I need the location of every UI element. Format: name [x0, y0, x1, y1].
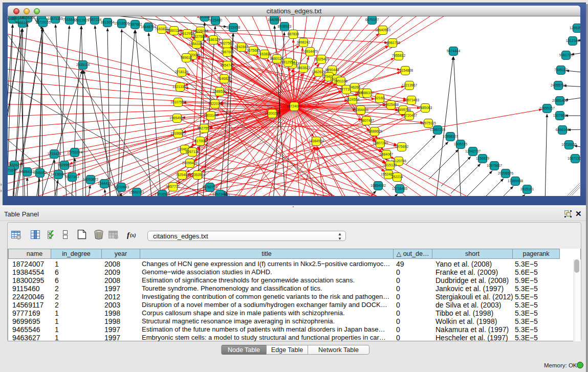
svg-text:17016504: 17016504: [155, 192, 170, 196]
svg-text:8427552: 8427552: [198, 126, 211, 130]
svg-text:9245052: 9245052: [33, 171, 47, 174]
svg-text:1244415: 1244415: [98, 182, 112, 185]
svg-text:2803144: 2803144: [204, 114, 218, 117]
svg-text:16914479: 16914479: [302, 50, 318, 53]
svg-text:10655267: 10655267: [539, 106, 555, 110]
svg-text:3498242: 3498242: [297, 40, 311, 44]
svg-text:10807487: 10807487: [359, 119, 374, 122]
svg-text:10654112: 10654112: [19, 170, 35, 173]
svg-text:7625402: 7625402: [176, 173, 189, 177]
svg-text:10973493: 10973493: [404, 98, 419, 102]
svg-text:19654932: 19654932: [169, 116, 185, 120]
svg-text:9329966: 9329966: [58, 163, 72, 167]
svg-text:20691406: 20691406: [552, 99, 568, 102]
svg-text:9457771: 9457771: [166, 185, 180, 188]
svg-text:7955812: 7955812: [392, 54, 406, 57]
svg-text:2451106: 2451106: [334, 79, 347, 83]
svg-text:9227343: 9227343: [66, 175, 79, 179]
svg-text:7357224: 7357224: [88, 18, 102, 21]
svg-text:16543382: 16543382: [189, 42, 204, 46]
svg-text:(x): (x): [130, 232, 136, 238]
svg-text:3624554: 3624554: [346, 98, 360, 101]
svg-text:16648784: 16648784: [141, 25, 156, 29]
svg-text:24055712: 24055712: [551, 83, 566, 87]
svg-text:15720407: 15720407: [402, 114, 417, 117]
svg-text:8912954: 8912954: [281, 60, 295, 64]
svg-text:16107554: 16107554: [170, 100, 186, 104]
svg-text:12213967: 12213967: [402, 83, 417, 87]
svg-text:2967608: 2967608: [221, 50, 234, 54]
svg-text:1640954: 1640954: [268, 18, 281, 21]
svg-text:817004: 817004: [194, 139, 206, 143]
svg-text:10688609: 10688609: [367, 129, 382, 133]
svg-text:3675685: 3675685: [247, 49, 260, 52]
svg-text:11325419: 11325419: [314, 57, 329, 61]
svg-text:8267130: 8267130: [186, 150, 200, 154]
svg-text:1505115: 1505115: [454, 142, 467, 146]
svg-text:1527602: 1527602: [553, 114, 567, 117]
svg-text:18724007: 18724007: [287, 104, 302, 108]
svg-text:8471676: 8471676: [8, 168, 17, 172]
svg-text:6679197: 6679197: [365, 18, 379, 21]
svg-text:2387682: 2387682: [128, 23, 142, 26]
svg-text:16013809: 16013809: [74, 18, 89, 22]
svg-text:1615132: 1615132: [383, 163, 397, 167]
svg-text:8660124: 8660124: [270, 57, 284, 60]
svg-text:20364436: 20364436: [353, 108, 368, 112]
svg-text:1588520: 1588520: [213, 90, 227, 93]
svg-text:12353594: 12353594: [190, 173, 205, 177]
svg-text:3915101: 3915101: [520, 187, 534, 191]
svg-text:2718126: 2718126: [175, 70, 189, 74]
svg-text:15692391: 15692391: [129, 190, 144, 194]
svg-text:62160: 62160: [375, 96, 385, 100]
svg-text:8454749: 8454749: [221, 63, 234, 67]
svg-text:12975115: 12975115: [421, 121, 436, 125]
svg-text:9327500: 9327500: [192, 35, 206, 38]
svg-text:16782759: 16782759: [202, 185, 217, 189]
svg-text:20206576: 20206576: [498, 171, 513, 175]
svg-text:19218506: 19218506: [114, 21, 129, 25]
svg-text:17957255: 17957255: [430, 128, 445, 132]
svg-text:1156829: 1156829: [476, 157, 489, 160]
svg-text:7986372: 7986372: [360, 91, 374, 95]
svg-text:16640910: 16640910: [375, 28, 390, 32]
svg-text:6466160: 6466160: [556, 128, 570, 132]
svg-text:887833: 887833: [288, 32, 299, 36]
svg-text:14136041: 14136041: [51, 172, 66, 176]
svg-text:1733426: 1733426: [48, 152, 61, 156]
svg-text:9115460: 9115460: [209, 18, 222, 22]
svg-text:10975667: 10975667: [487, 164, 502, 167]
svg-text:8938923: 8938923: [278, 25, 292, 28]
svg-text:9884067: 9884067: [380, 152, 394, 156]
svg-text:7163822: 7163822: [155, 27, 169, 31]
svg-text:2935114: 2935114: [76, 63, 90, 67]
svg-text:8813054: 8813054: [101, 20, 115, 24]
svg-text:1975692: 1975692: [395, 145, 409, 148]
svg-text:17359938: 17359938: [508, 179, 523, 183]
svg-text:18807249: 18807249: [373, 141, 388, 145]
svg-text:8186323: 8186323: [207, 38, 221, 41]
svg-text:12923448: 12923448: [212, 192, 228, 196]
svg-text:16961758: 16961758: [385, 41, 400, 45]
svg-text:9146821: 9146821: [217, 77, 231, 80]
svg-text:12093872: 12093872: [83, 178, 98, 181]
svg-text:15751074: 15751074: [67, 150, 82, 154]
svg-text:989616: 989616: [181, 56, 192, 59]
svg-text:9474444: 9474444: [447, 49, 461, 53]
svg-text:9242848: 9242848: [235, 45, 249, 49]
svg-text:1812346: 1812346: [566, 39, 580, 42]
svg-text:16671355: 16671355: [568, 157, 580, 160]
svg-text:12942737: 12942737: [465, 149, 481, 153]
svg-text:746266: 746266: [349, 85, 361, 89]
svg-text:12213369: 12213369: [172, 85, 188, 89]
svg-text:9327503: 9327503: [220, 41, 234, 45]
svg-text:7485063: 7485063: [419, 106, 432, 110]
svg-text:8660124: 8660124: [167, 29, 181, 32]
svg-text:19384554: 19384554: [309, 139, 324, 143]
svg-text:16854082: 16854082: [371, 184, 386, 187]
svg-text:18300295: 18300295: [265, 112, 280, 115]
svg-text:10025488: 10025488: [383, 103, 399, 106]
svg-text:10958107: 10958107: [443, 135, 458, 138]
svg-text:7163822: 7163822: [258, 52, 272, 56]
svg-text:16154808: 16154808: [398, 69, 413, 72]
